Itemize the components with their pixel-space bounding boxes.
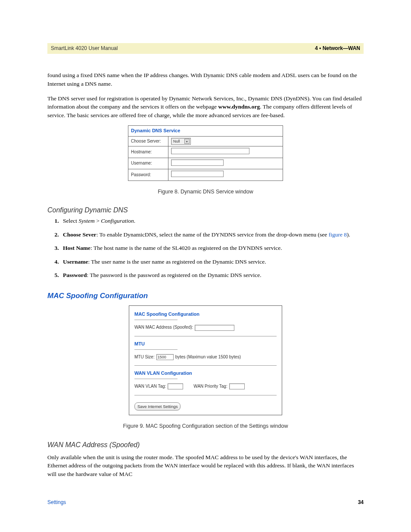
figure-8-link[interactable]: figure 8 [329,231,347,238]
figure-8-wrap: Dynamic DNS Service Choose Server: Null … [47,125,364,180]
cell-username [168,158,283,169]
step-4: Username: The user name is the user name… [60,258,364,266]
text: : The host name is the name of the SL402… [90,245,282,251]
page-container: SmartLink 4020 User Manual 4 • Network—W… [0,0,411,532]
hostname-input[interactable] [171,148,249,154]
label-wan-priority-tag: WAN Priority Tag: [193,383,227,390]
save-internet-settings-button[interactable]: Save Internet Settings [134,402,181,411]
cell-choose-server: Null ▾ [168,137,283,146]
heading-mac-spoofing: MAC Spoofing Configuration [47,291,364,302]
choose-server-select[interactable]: Null ▾ [171,138,191,145]
row-wan-vlan: WAN VLAN Tag: WAN Priority Tag: [134,383,277,390]
panel-title-mac-spoof: MAC Spoofing Configuration [134,311,277,318]
mtu-size-input[interactable]: 1500 [156,354,174,360]
password-input[interactable] [171,171,224,177]
banner-left: SmartLink 4020 User Manual [51,45,118,52]
text: ). [347,231,350,238]
divider [134,379,177,379]
paragraph-wan-mac: Only available when the unit is using th… [47,453,364,479]
step-2: Choose Sever: To enable DynamicDNS, sele… [60,230,364,239]
cell-hostname [168,146,283,158]
heading-wan-mac-spoofed: WAN MAC Address (Spoofed) [47,440,364,450]
menu-path: Configuration [101,218,134,224]
label-hostname: Hostname: [128,146,168,158]
label-username: Username: [128,158,168,169]
row-mtu: MTU Size: 1500 bytes (Maximun value 1500… [134,354,277,361]
mac-spoofing-panel: MAC Spoofing Configuration WAN MAC Addre… [129,305,282,415]
divider [134,349,177,350]
step-label: Host Name [63,245,90,251]
row-wan-mac: WAN MAC Address (Spoofed): [134,324,277,331]
figure-8-caption: Figure 8. Dynamic DNS Service window [47,188,364,196]
step-label: Password [63,272,87,278]
username-input[interactable] [171,159,224,166]
footer-section: Settings [47,499,66,506]
divider [134,395,277,395]
wan-mac-input[interactable] [195,325,234,331]
label-choose-server: Choose Server: [128,137,168,146]
label-mtu-size: MTU Size: [134,354,155,361]
banner-right: 4 • Network—WAN [315,45,360,52]
text: > [95,218,101,224]
heading-config-dyn-dns: Configuring Dynamic DNS [47,205,364,215]
steps-list: Select System > Configuration. Choose Se… [60,217,364,280]
text: : The password is the password as regist… [87,272,262,278]
step-3: Host Name: The host name is the name of … [60,244,364,252]
url-text: www.dyndns.org [218,103,260,110]
text: : The user name is the user name as regi… [88,258,266,265]
divider [134,336,277,336]
footer-page-number: 34 [358,499,364,506]
step-1: Select System > Configuration. [60,217,364,225]
select-value: Null [173,139,180,144]
text: Select [63,218,78,224]
paragraph-dns-server: The DNS server used for registration is … [47,94,364,120]
figure-9-wrap: MAC Spoofing Configuration WAN MAC Addre… [47,305,364,415]
divider [134,365,277,366]
label-mtu-hint: bytes (Maximun value 1500 bytes) [175,354,241,361]
step-label: Username [63,258,88,265]
menu-path: System [78,218,95,224]
page-banner: SmartLink 4020 User Manual 4 • Network—W… [47,43,364,54]
chevron-down-icon: ▾ [184,139,190,144]
paragraph-intro-cont: found using a fixed DNS name when the IP… [47,71,364,88]
divider [134,320,177,320]
label-wan-mac: WAN MAC Address (Spoofed): [134,324,193,331]
wan-priority-tag-input[interactable] [229,383,245,389]
dynamic-dns-title: Dynamic DNS Service [128,126,283,137]
figure-9-caption: Figure 9. MAC Spoofing Configuration sec… [47,422,364,430]
step-label: Choose Sever [63,231,97,238]
panel-title-mtu: MTU [134,341,277,348]
step-5: Password: The password is the password a… [60,271,364,280]
panel-title-wan-vlan: WAN VLAN Configuration [134,370,277,377]
text: . [134,218,135,224]
dynamic-dns-table: Dynamic DNS Service Choose Server: Null … [128,125,283,180]
cell-password [168,169,283,181]
page-footer: Settings 34 [47,499,364,506]
wan-vlan-tag-input[interactable] [168,383,183,389]
label-password: Password: [128,169,168,181]
label-wan-vlan-tag: WAN VLAN Tag: [134,383,166,390]
text: : To enable DynamicDNS, select the name … [97,231,329,238]
